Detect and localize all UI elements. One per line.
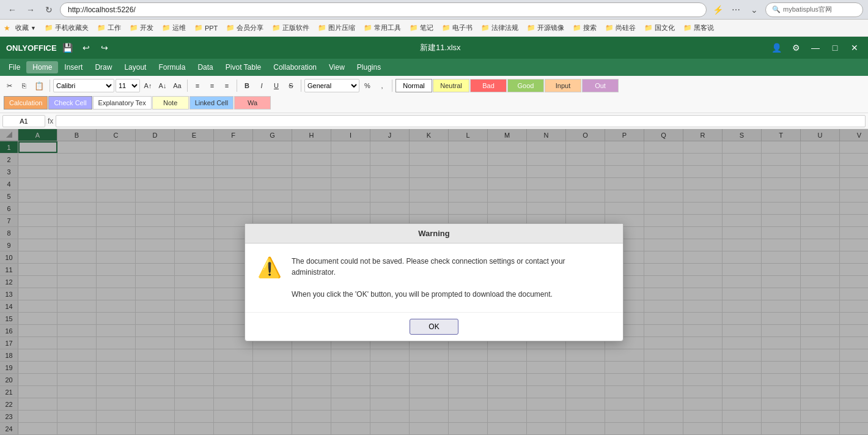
toolbar: ✂ ⎘ 📋 Calibri 11 A↑ A↓ Aa ≡ ≡ ≡ B I U xyxy=(0,76,868,113)
menu-button[interactable]: ⋯ xyxy=(729,2,743,17)
logo-text: ONLYOFFICE xyxy=(6,43,57,53)
align-center-button[interactable]: ≡ xyxy=(205,79,219,92)
bookmark-dev[interactable]: 📁 开发 xyxy=(126,22,157,34)
linked-cell-style[interactable]: Linked Cell xyxy=(189,96,234,110)
folder-icon: 📁 xyxy=(481,24,490,32)
bookmark-label: 图片压缩 xyxy=(328,23,355,32)
bookmark-law[interactable]: 📁 法律法规 xyxy=(477,22,522,34)
bold-button[interactable]: B xyxy=(240,79,254,92)
align-left-button[interactable]: ≡ xyxy=(191,79,204,92)
menu-insert[interactable]: Insert xyxy=(58,61,89,73)
back-button[interactable]: ← xyxy=(5,2,20,17)
underline-button[interactable]: U xyxy=(270,79,283,92)
folder-icon: 📁 xyxy=(162,24,171,32)
menu-plugins[interactable]: Plugins xyxy=(351,61,387,73)
cell-styles-row2: Calculation Check Cell Explanatory Tex N… xyxy=(4,96,271,110)
bookmark-imgcompress[interactable]: 📁 图片压缩 xyxy=(314,22,359,34)
folder-icon: 📁 xyxy=(644,24,653,32)
user-btn[interactable]: 👤 xyxy=(769,40,784,55)
bookmark-mobile[interactable]: 📁 手机收藏夹 xyxy=(41,22,92,34)
bookmark-favorites[interactable]: 收藏 ▼ xyxy=(12,22,40,34)
bookmark-haker[interactable]: 📁 黑客说 xyxy=(680,22,718,34)
menu-file[interactable]: File xyxy=(2,61,26,73)
normal-style[interactable]: Normal xyxy=(395,79,432,92)
explanatory-style[interactable]: Explanatory Tex xyxy=(93,96,152,110)
good-style[interactable]: Good xyxy=(507,79,544,92)
undo-btn[interactable]: ↩ xyxy=(79,40,94,55)
minimize-btn[interactable]: — xyxy=(808,40,823,55)
bookmark-label: 正版软件 xyxy=(282,23,309,32)
out-style[interactable]: Out xyxy=(582,79,619,92)
separator3 xyxy=(237,80,237,92)
browser-bar: ← → ↻ http://localhost:5226/ ⚡ ⋯ ⌄ 🔍 myb… xyxy=(0,0,868,20)
italic-button[interactable]: I xyxy=(255,79,268,92)
menu-home[interactable]: Home xyxy=(26,61,58,73)
refresh-button[interactable]: ↻ xyxy=(42,2,56,17)
neutral-style[interactable]: Neutral xyxy=(433,79,469,92)
bookmark-ops[interactable]: 📁 运维 xyxy=(158,22,189,34)
settings-btn[interactable]: ⚙ xyxy=(789,40,803,55)
address-bar[interactable]: http://localhost:5226/ xyxy=(60,2,707,17)
menu-view[interactable]: View xyxy=(323,61,351,73)
note-style[interactable]: Note xyxy=(152,96,189,110)
percent-button[interactable]: % xyxy=(361,79,374,92)
cell-reference-input[interactable] xyxy=(2,115,45,127)
cut-button[interactable]: ✂ xyxy=(2,79,16,92)
extensions-button[interactable]: ⚡ xyxy=(710,2,725,17)
folder-icon: 📁 xyxy=(364,24,372,32)
bookmark-share[interactable]: 📁 会员分享 xyxy=(223,22,267,34)
formula-input[interactable] xyxy=(56,115,866,127)
check-cell-style[interactable]: Check Cell xyxy=(48,96,92,110)
dialog-message-line1: The document could not be saved. Please … xyxy=(292,257,565,277)
paste-button[interactable]: 📋 xyxy=(32,79,46,92)
comma-button[interactable]: , xyxy=(375,79,389,92)
bookmark-tools[interactable]: 📁 常用工具 xyxy=(360,22,405,34)
folder-icon: 📁 xyxy=(683,24,692,32)
fx-icon[interactable]: fx xyxy=(48,117,53,125)
bookmark-software[interactable]: 📁 正版软件 xyxy=(268,22,313,34)
forward-button[interactable]: → xyxy=(23,2,38,17)
font-family-select[interactable]: Calibri xyxy=(53,79,114,92)
menu-data[interactable]: Data xyxy=(191,61,219,73)
bookmark-search[interactable]: 📁 搜索 xyxy=(569,22,600,34)
shrink-font-button[interactable]: A↓ xyxy=(156,79,169,92)
dialog-ok-button[interactable]: OK xyxy=(410,319,458,335)
bookmark-label: 法律法规 xyxy=(491,23,518,32)
menu-layout[interactable]: Layout xyxy=(118,61,152,73)
bookmark-sgg[interactable]: 📁 尚硅谷 xyxy=(601,22,639,34)
close-btn[interactable]: ✕ xyxy=(847,40,862,55)
case-button[interactable]: Aa xyxy=(171,79,184,92)
menu-formula[interactable]: Formula xyxy=(152,61,191,73)
copy-button[interactable]: ⎘ xyxy=(17,79,31,92)
bookmark-opensource[interactable]: 📁 开源镜像 xyxy=(523,22,568,34)
input-style[interactable]: Input xyxy=(545,79,581,92)
grow-font-button[interactable]: A↑ xyxy=(141,79,155,92)
menu-collab[interactable]: Collaboration xyxy=(267,61,323,73)
bookmark-label: 搜索 xyxy=(583,23,597,32)
bookmark-ppt[interactable]: 📁 PPT xyxy=(191,23,221,33)
number-format-select[interactable]: General xyxy=(304,79,359,92)
bookmark-notes[interactable]: 📁 笔记 xyxy=(406,22,437,34)
folder-icon: 📁 xyxy=(318,24,326,32)
search-text: mybatisplus官网 xyxy=(783,5,832,14)
bookmark-gwh[interactable]: 📁 国文化 xyxy=(641,22,679,34)
maximize-btn[interactable]: □ xyxy=(828,40,842,55)
bookmark-label: 开发 xyxy=(140,23,153,32)
bad-style[interactable]: Bad xyxy=(470,79,507,92)
search-box[interactable]: 🔍 mybatisplus官网 xyxy=(765,2,863,17)
font-size-select[interactable]: 11 xyxy=(116,79,140,92)
main-content: ✂ ⎘ 📋 Calibri 11 A↑ A↓ Aa ≡ ≡ ≡ B I U xyxy=(0,76,868,435)
document-title: 新建11.xlsx xyxy=(420,42,460,53)
redo-btn[interactable]: ↪ xyxy=(97,40,112,55)
warning-style[interactable]: Wa xyxy=(234,96,271,110)
bookmark-ebooks[interactable]: 📁 电子书 xyxy=(438,22,476,34)
menu-pivot[interactable]: Pivot Table xyxy=(219,61,267,73)
separator4 xyxy=(301,80,301,92)
more-button[interactable]: ⌄ xyxy=(747,2,762,17)
calculation-style[interactable]: Calculation xyxy=(4,96,48,110)
menu-draw[interactable]: Draw xyxy=(89,61,118,73)
align-right-button[interactable]: ≡ xyxy=(220,79,234,92)
save-icon-btn[interactable]: 💾 xyxy=(61,40,75,55)
strikethrough-button[interactable]: S xyxy=(284,79,298,92)
bookmark-work[interactable]: 📁 工作 xyxy=(94,22,125,34)
